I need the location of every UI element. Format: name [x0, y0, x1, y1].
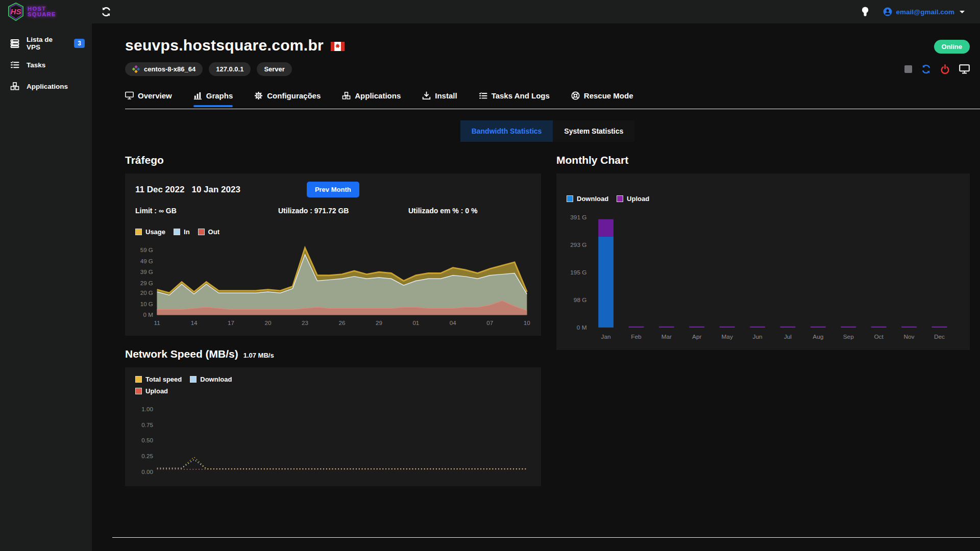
traffic-heading: Tráfego [125, 154, 541, 166]
upload-swatch [617, 195, 623, 202]
svg-text:293 G: 293 G [570, 241, 586, 248]
app-window: HS HOST SQUARE Lista de VPS 3 [0, 0, 980, 551]
sidebar: HS HOST SQUARE Lista de VPS 3 [0, 0, 92, 551]
os-badge-label: centos-8-x86_64 [144, 65, 195, 73]
tab-bar: Overview Graphs Configurações Applicatio… [125, 91, 970, 102]
legend-upload: Upload [135, 387, 168, 395]
brand-name: HOST SQUARE [28, 6, 56, 17]
svg-text:Sep: Sep [843, 333, 854, 340]
svg-text:Feb: Feb [631, 333, 642, 340]
console-button[interactable] [959, 64, 970, 74]
svg-text:0.00: 0.00 [141, 469, 153, 475]
legend-download: Download [567, 195, 608, 203]
legend-label: Download [577, 195, 608, 203]
svg-text:17: 17 [228, 319, 234, 326]
sidebar-item-label: Applications [27, 83, 68, 90]
traffic-used: Utilizado : 971.72 GB [278, 207, 408, 215]
svg-text:59 G: 59 G [140, 246, 153, 253]
monthly-legend: Download Upload [567, 195, 960, 203]
tab-overview[interactable]: Overview [125, 91, 172, 102]
upload-swatch [135, 388, 142, 394]
user-menu[interactable]: email@gmail.com [883, 7, 965, 16]
svg-text:49 G: 49 G [140, 258, 153, 264]
chart-bars-icon [193, 91, 202, 100]
sidebar-item-label: Tasks [27, 61, 45, 69]
cubes-icon [10, 82, 19, 91]
stats-toggle: Bandwidth Statistics System Statistics [125, 120, 970, 142]
tab-label: Graphs [206, 91, 233, 100]
svg-text:0.50: 0.50 [141, 437, 153, 444]
brand-line2: SQUARE [28, 12, 56, 17]
speed-legend: Total speed Download Upload [135, 375, 531, 395]
speed-current-value: 1.07 MB/s [243, 352, 274, 359]
svg-text:Jun: Jun [753, 333, 763, 340]
in-swatch [174, 229, 180, 235]
stop-server-button[interactable] [904, 65, 912, 73]
prev-month-button[interactable]: Prev Month [307, 182, 359, 197]
traffic-legend: Usage In Out [135, 228, 531, 236]
speed-heading-text: Network Speed (MB/s) [125, 348, 238, 360]
topbar-right: email@gmail.com [861, 6, 965, 17]
legend-usage: Usage [135, 228, 165, 236]
svg-text:Oct: Oct [874, 333, 884, 340]
server-meta-row: centos-8-x86_64 127.0.0.1 Server [125, 62, 970, 76]
theme-toggle-button[interactable] [861, 6, 870, 17]
traffic-area-chart: 0 M10 G20 G29 G39 G49 G59 G1114172023262… [135, 240, 531, 328]
tab-label: Configurações [267, 91, 321, 100]
speed-legend-row: Total speed Download [135, 375, 531, 383]
refresh-page-button[interactable] [101, 7, 111, 17]
tab-tasks-and-logs[interactable]: Tasks And Logs [479, 91, 550, 102]
legend-label: Download [200, 375, 232, 383]
monitor-icon [125, 91, 134, 100]
speed-heading: Network Speed (MB/s) 1.07 MB/s [125, 348, 541, 360]
canada-flag-icon [331, 42, 345, 51]
download-swatch [190, 376, 197, 383]
tab-label: Rescue Mode [584, 91, 633, 100]
svg-text:11: 11 [154, 319, 160, 326]
svg-text:14: 14 [191, 319, 198, 326]
tab-rescue-mode[interactable]: Rescue Mode [571, 91, 633, 102]
sidebar-item-applications[interactable]: Applications [0, 76, 92, 97]
tab-install[interactable]: Install [422, 91, 457, 102]
bandwidth-statistics-button[interactable]: Bandwidth Statistics [460, 120, 553, 142]
brand-logo: HS HOST SQUARE [0, 0, 92, 23]
tab-applications[interactable]: Applications [342, 91, 401, 102]
tab-configuracoes[interactable]: Configurações [254, 91, 321, 102]
svg-text:20 G: 20 G [140, 289, 153, 296]
legend-label: Upload [145, 387, 168, 395]
restart-server-button[interactable] [921, 64, 931, 74]
restart-icon [921, 64, 931, 74]
usage-swatch [135, 229, 142, 235]
svg-text:39 G: 39 G [140, 268, 153, 275]
server-actions [904, 64, 970, 74]
sync-icon [101, 7, 111, 17]
legend-download: Download [190, 375, 232, 383]
svg-text:20: 20 [265, 319, 272, 326]
sidebar-item-vps-list[interactable]: Lista de VPS 3 [0, 33, 92, 54]
svg-text:0.75: 0.75 [141, 421, 153, 428]
svg-text:26: 26 [338, 319, 345, 326]
traffic-limit: Limit : ∞ GB [135, 207, 278, 215]
svg-text:10 G: 10 G [140, 300, 153, 307]
power-off-button[interactable] [940, 64, 950, 74]
svg-text:0.25: 0.25 [141, 453, 153, 460]
tab-graphs[interactable]: Graphs [193, 91, 233, 102]
charts-columns: Tráfego 11 Dec 2022 10 Jan 2023 Prev Mon… [125, 154, 970, 486]
legend-label: Upload [627, 195, 649, 203]
sidebar-item-tasks[interactable]: Tasks [0, 54, 92, 76]
tab-label: Install [435, 91, 457, 100]
svg-text:Jan: Jan [601, 333, 611, 340]
system-statistics-button[interactable]: System Statistics [553, 120, 634, 142]
life-ring-icon [571, 91, 580, 100]
svg-text:04: 04 [450, 319, 456, 326]
svg-text:10: 10 [524, 319, 530, 326]
monitor-icon [959, 64, 970, 74]
svg-text:391 G: 391 G [570, 214, 586, 221]
svg-text:29: 29 [376, 319, 382, 326]
svg-text:01: 01 [412, 319, 419, 326]
user-circle-icon [883, 7, 892, 16]
traffic-card: 11 Dec 2022 10 Jan 2023 Prev Month Limit… [125, 173, 541, 336]
tabs-divider [125, 109, 980, 109]
user-email: email@gmail.com [896, 8, 954, 16]
server-header: seuvps.hostsquare.com.br Online [125, 37, 970, 54]
